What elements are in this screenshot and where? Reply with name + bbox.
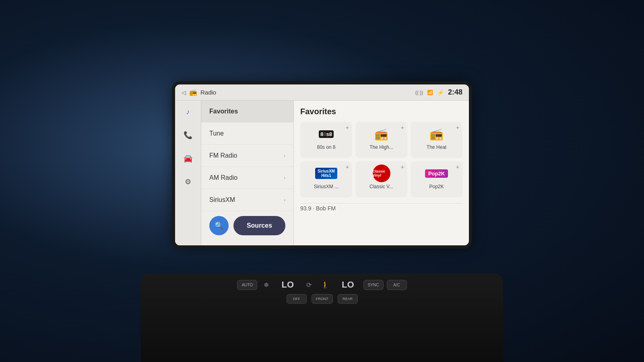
fav-card-high[interactable]: + 📻 The High... bbox=[355, 122, 407, 158]
favorites-grid: + 80s8 80s on 8 + 📻 The High... + bbox=[300, 122, 462, 197]
nav-panel: Favorites Tune FM Radio › AM Radio › Sir… bbox=[201, 101, 294, 245]
front-btn[interactable]: FRONT bbox=[312, 294, 333, 304]
now-playing: 93.9 · Bob FM bbox=[300, 203, 462, 212]
fav-card-classic[interactable]: + Classic Vinyl Classic V... bbox=[355, 161, 407, 197]
fav-label-high: The High... bbox=[369, 144, 393, 150]
fav-label-sirius: SiriusXM ... bbox=[314, 184, 339, 189]
fav-card-pop2k[interactable]: + Pop2K Pop2K bbox=[411, 161, 462, 197]
sources-label: Sources bbox=[247, 222, 272, 229]
panel-title: Favorites bbox=[300, 107, 462, 116]
bottom-bar: 🔍 Sources bbox=[201, 211, 293, 240]
fan-icon: ⟳ bbox=[303, 281, 315, 289]
nav-favorites[interactable]: Favorites bbox=[201, 101, 293, 123]
fan-off-icon: ❄ bbox=[260, 281, 272, 289]
radio-icon: 📻 bbox=[189, 88, 197, 96]
logo-high: 📻 bbox=[369, 126, 394, 142]
radio-placeholder-icon-high: 📻 bbox=[374, 128, 388, 141]
rear-btn[interactable]: REAR bbox=[338, 294, 358, 304]
sidebar-phone-icon[interactable]: 📞 bbox=[180, 128, 196, 143]
dashboard: AUTO ❄ LO ⟳ 🚶 LO SYNC A/C OFF FRONT REAR bbox=[141, 274, 503, 362]
temp-left: LO bbox=[275, 280, 300, 290]
dashboard-controls: AUTO ❄ LO ⟳ 🚶 LO SYNC A/C bbox=[141, 274, 503, 294]
screen-header: ◁ 📻 Radio ((·)) 📶 ⚡ 2:48 bbox=[175, 84, 469, 101]
bluetooth-icon: ⚡ bbox=[437, 89, 444, 96]
add-icon-80s[interactable]: + bbox=[346, 124, 349, 131]
off-btn[interactable]: OFF bbox=[287, 294, 307, 304]
add-icon-high[interactable]: + bbox=[401, 124, 404, 131]
sources-button[interactable]: Sources bbox=[233, 216, 285, 235]
add-icon-pop2k[interactable]: + bbox=[456, 164, 459, 170]
ac-btn[interactable]: A/C bbox=[387, 280, 407, 290]
sidebar-car-icon[interactable]: 🚘 bbox=[180, 151, 196, 166]
sirius-logo-text: SiriusXMHits1 bbox=[315, 168, 337, 179]
nav-tune-label: Tune bbox=[209, 130, 224, 137]
nav-am-label: AM Radio bbox=[209, 174, 237, 181]
logo-pop2k: Pop2K bbox=[425, 165, 449, 181]
nav-fm-radio[interactable]: FM Radio › bbox=[201, 145, 293, 167]
logo-siriusxm: SiriusXMHits1 bbox=[314, 165, 339, 181]
logo-80s8: 80s8 bbox=[314, 126, 339, 142]
screen-content: ♪ 📞 🚘 ⚙ Favorites Tune FM Radio › AM Rad… bbox=[175, 101, 469, 245]
classic-logo-text: Classic Vinyl bbox=[373, 165, 390, 182]
header-title: Radio bbox=[200, 89, 216, 96]
auto-btn[interactable]: AUTO bbox=[237, 280, 257, 290]
fav-label-classic: Classic V... bbox=[369, 184, 393, 189]
am-chevron-icon: › bbox=[284, 175, 285, 181]
add-icon-sirius[interactable]: + bbox=[346, 164, 349, 170]
back-icon[interactable]: ◁ bbox=[182, 89, 186, 96]
header-left: ◁ 📻 Radio bbox=[182, 88, 216, 96]
pop2k-logo-text: Pop2K bbox=[425, 169, 448, 178]
sidebar-music-icon[interactable]: ♪ bbox=[183, 105, 193, 119]
fav-label-pop2k: Pop2K bbox=[429, 184, 444, 189]
fav-card-heat[interactable]: + 📻 The Heat bbox=[411, 122, 462, 158]
nav-fm-label: FM Radio bbox=[209, 152, 237, 159]
sidebar: ♪ 📞 🚘 ⚙ bbox=[175, 101, 201, 245]
logo-heat: 📻 bbox=[425, 126, 449, 142]
sirius-chevron-icon: › bbox=[284, 197, 285, 203]
sidebar-settings-icon[interactable]: ⚙ bbox=[182, 174, 194, 189]
search-icon: 🔍 bbox=[215, 221, 223, 230]
fm-chevron-icon: › bbox=[284, 153, 285, 158]
fav-card-siriusxm[interactable]: + SiriusXMHits1 SiriusXM ... bbox=[300, 161, 352, 197]
nav-siriusxm[interactable]: SiriusXM › bbox=[201, 189, 293, 211]
sync-btn[interactable]: SYNC bbox=[363, 280, 384, 290]
fav-label-80s8: 80s on 8 bbox=[317, 144, 335, 150]
nav-tune[interactable]: Tune bbox=[201, 123, 293, 145]
temp-right: LO bbox=[336, 280, 360, 290]
infotainment-screen: ◁ 📻 Radio ((·)) 📶 ⚡ 2:48 ♪ 📞 🚘 ⚙ Favorit… bbox=[175, 84, 469, 245]
fav-card-80s8[interactable]: + 80s8 80s on 8 bbox=[300, 122, 352, 158]
person-icon: 🚶 bbox=[318, 281, 332, 289]
fav-label-heat: The Heat bbox=[427, 144, 446, 150]
80s-logo-text: 80s8 bbox=[319, 130, 334, 138]
logo-classic: Classic Vinyl bbox=[369, 165, 394, 181]
nav-favorites-label: Favorites bbox=[209, 108, 238, 115]
add-icon-heat[interactable]: + bbox=[456, 124, 459, 131]
nav-siriusxm-label: SiriusXM bbox=[209, 196, 235, 204]
nav-am-radio[interactable]: AM Radio › bbox=[201, 167, 293, 189]
header-right: ((·)) 📶 ⚡ 2:48 bbox=[415, 88, 462, 97]
search-button[interactable]: 🔍 bbox=[209, 216, 229, 235]
content-panel: Favorites + 80s8 80s on 8 + 📻 The Hi bbox=[294, 101, 469, 245]
phone-signal-icon: 📶 bbox=[427, 90, 433, 95]
add-icon-classic[interactable]: + bbox=[401, 164, 404, 170]
time-display: 2:48 bbox=[448, 88, 462, 97]
signal-icon: ((·)) bbox=[415, 90, 423, 95]
radio-placeholder-icon-heat: 📻 bbox=[429, 128, 444, 141]
